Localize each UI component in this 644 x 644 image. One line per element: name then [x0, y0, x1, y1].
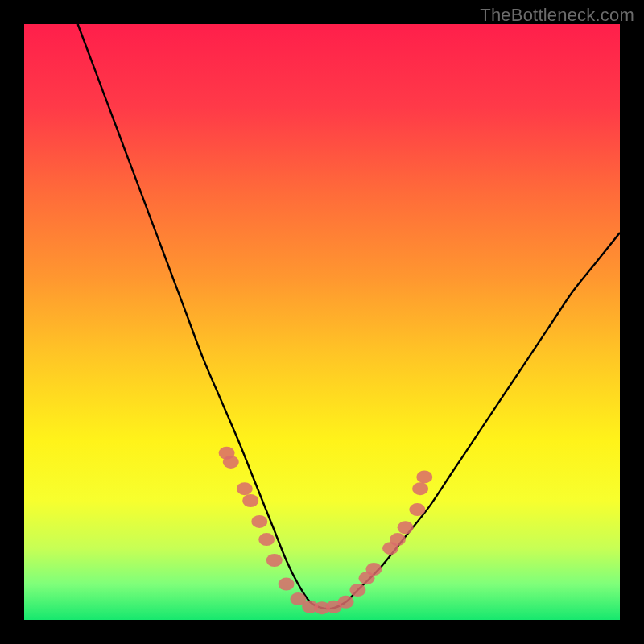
bottleneck-curve: [78, 24, 620, 609]
data-marker: [412, 482, 428, 495]
data-marker: [251, 515, 267, 528]
data-marker: [237, 482, 253, 495]
data-marker: [258, 533, 275, 546]
data-marker: [416, 470, 432, 483]
data-marker: [242, 494, 258, 507]
chart-stage: TheBottleneck.com: [0, 0, 644, 644]
plot-area: [24, 24, 620, 620]
data-marker: [338, 596, 354, 609]
data-marker: [365, 563, 382, 576]
data-marker: [266, 554, 283, 567]
data-marker: [390, 533, 406, 546]
watermark-text: TheBottleneck.com: [480, 5, 634, 26]
curve-layer: [24, 24, 620, 620]
data-marker: [279, 578, 295, 591]
data-marker: [223, 456, 239, 469]
data-marker: [409, 503, 425, 516]
data-marker: [349, 584, 365, 597]
data-marker: [398, 521, 414, 534]
